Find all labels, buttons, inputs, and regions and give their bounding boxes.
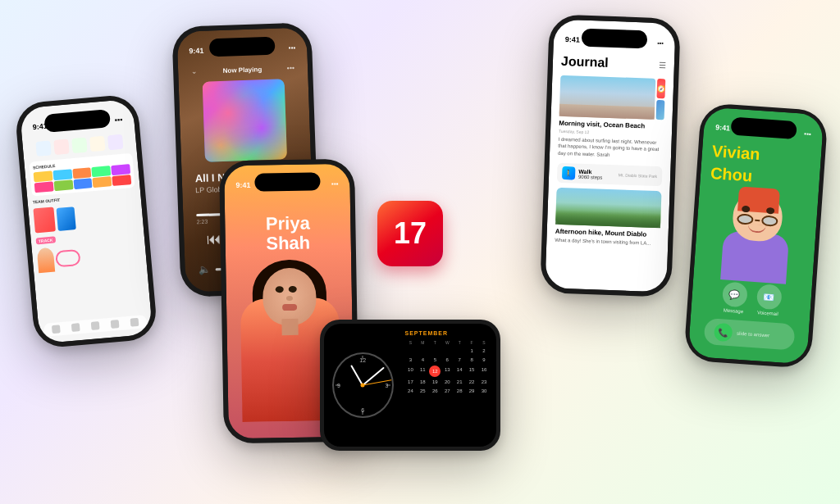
cal-day-26: 26 bbox=[429, 387, 441, 395]
status-icons-music: ▪▪▪ bbox=[289, 43, 296, 51]
cal-header-s2: S bbox=[478, 339, 490, 346]
cal-day-24: 24 bbox=[405, 387, 417, 395]
calendar-grid: S M T W T F S bbox=[405, 339, 491, 396]
cal-day-5: 5 bbox=[429, 356, 441, 364]
music-chevron: ⌄ bbox=[191, 67, 198, 75]
vivian-message-label: Message bbox=[724, 307, 744, 314]
walk-step-count: 9060 steps bbox=[578, 174, 603, 179]
dynamic-island-journal bbox=[582, 29, 648, 49]
journal-walk-activity: 🚶 Walk 9060 steps Mt. Diablo State Park bbox=[557, 163, 663, 186]
priya-name-line1: Priya bbox=[266, 214, 310, 234]
vivian-message-btn[interactable]: 💬 Message bbox=[721, 281, 748, 314]
status-icons-vivian: ▪▪▪ bbox=[804, 129, 811, 138]
ios17-badge: 17 bbox=[377, 201, 443, 266]
vivian-memoji bbox=[712, 188, 800, 284]
walk-info: Walk 9060 steps bbox=[578, 168, 603, 179]
cal-day-6: 6 bbox=[441, 356, 453, 364]
phone-clock-screen: 12 3 6 9 bbox=[324, 324, 496, 447]
vivian-answer-btn: 📞 bbox=[713, 323, 732, 342]
status-time-journal: 9:41 bbox=[565, 35, 580, 44]
cal-header-f: F bbox=[466, 339, 477, 346]
cal-day-13: 13 bbox=[441, 366, 453, 377]
cal-day-8: 8 bbox=[466, 356, 477, 364]
cal-day-11: 11 bbox=[417, 366, 428, 377]
cal-day-30: 30 bbox=[478, 387, 490, 395]
cal-day-17: 17 bbox=[405, 378, 417, 386]
music-now-playing: Now Playing bbox=[223, 66, 262, 75]
cal-day-20: 20 bbox=[441, 378, 453, 386]
journal-entry2-text: What a day! She’s in town visiting from … bbox=[555, 237, 660, 247]
phone-vivian-inner: 9:41 ▪▪▪ Vivian Chou bbox=[683, 102, 829, 369]
vivian-slide-to-answer[interactable]: 📞 slide to answer bbox=[703, 318, 795, 351]
dynamic-island-music bbox=[209, 37, 276, 57]
freeform-items: TEAM OUTFIT TRACK bbox=[32, 191, 141, 274]
clock-circle: 12 3 6 9 bbox=[332, 352, 394, 418]
cal-day-29: 29 bbox=[466, 387, 477, 395]
phone-vivian-screen: 9:41 ▪▪▪ Vivian Chou bbox=[688, 107, 824, 364]
clock-3: 3 bbox=[386, 383, 389, 388]
vivian-name-line2: Chou bbox=[710, 164, 810, 189]
journal-photo-landscape bbox=[555, 188, 661, 228]
journal-filter-icon[interactable]: ☰ bbox=[659, 60, 666, 69]
vivian-voicemail-icon: 📧 bbox=[756, 284, 782, 310]
album-art bbox=[203, 79, 287, 161]
journal-photo-water bbox=[656, 100, 665, 120]
journal-header: Journal ☰ bbox=[561, 54, 667, 72]
track-label: TRACK bbox=[36, 236, 56, 244]
clock-6: 6 bbox=[361, 407, 364, 413]
cal-day-12-today: 12 bbox=[429, 366, 441, 377]
status-icons-journal: ▪▪▪ bbox=[657, 39, 664, 45]
dynamic-island-priya bbox=[254, 172, 320, 191]
status-icons-freeform: ▪▪▪ bbox=[114, 116, 122, 125]
analog-clock-section: 12 3 6 9 bbox=[324, 324, 402, 447]
phone-freeform: 9:41 ▪▪▪ SCHEDULE bbox=[14, 93, 158, 349]
cal-day-1: 1 bbox=[466, 347, 477, 355]
cal-header-t2: T bbox=[454, 339, 465, 346]
cal-day-18: 18 bbox=[417, 378, 428, 386]
calendar-section: SEPTEMBER S M T W T F S bbox=[402, 324, 497, 447]
vivian-voicemail-btn[interactable]: 📧 Voicemail bbox=[756, 284, 783, 316]
clock-face: 12 3 6 9 bbox=[332, 352, 394, 418]
cal-day-4: 4 bbox=[417, 356, 428, 364]
cal-header-m: M bbox=[417, 339, 428, 346]
cal-header-t1: T bbox=[429, 339, 441, 346]
priya-name-line2: Shah bbox=[266, 234, 310, 254]
status-time-vivian: 9:41 bbox=[715, 123, 731, 132]
journal-title: Journal bbox=[561, 54, 609, 70]
cal-day-28: 28 bbox=[454, 387, 465, 395]
status-time-music: 9:41 bbox=[189, 47, 203, 56]
ios17-number: 17 bbox=[394, 219, 427, 248]
cal-day-7: 7 bbox=[454, 356, 465, 364]
cal-day-14: 14 bbox=[454, 366, 465, 377]
phone-freeform-screen: 9:41 ▪▪▪ SCHEDULE bbox=[20, 99, 153, 344]
cal-day-22: 22 bbox=[466, 378, 477, 386]
vivian-action-btns: 💬 Message 📧 Voicemail bbox=[701, 280, 801, 318]
cal-day-27: 27 bbox=[441, 387, 453, 395]
journal-entry1-text: I dreamed about surfing last night. When… bbox=[558, 136, 664, 161]
phone-vivian: 9:41 ▪▪▪ Vivian Chou bbox=[683, 102, 829, 369]
album-art-design bbox=[203, 79, 287, 161]
phone-journal-inner: 9:41 ▪▪▪ Journal ☰ bbox=[540, 14, 681, 297]
phone-journal: 9:41 ▪▪▪ Journal ☰ bbox=[540, 14, 681, 297]
phone-clock: 12 3 6 9 bbox=[320, 320, 500, 451]
cal-header-s1: S bbox=[405, 339, 417, 346]
phone-freeform-inner: 9:41 ▪▪▪ SCHEDULE bbox=[14, 93, 158, 349]
journal-photos-small: 🧭 bbox=[656, 79, 666, 120]
clock-9: 9 bbox=[337, 383, 340, 388]
vivian-voicemail-label: Voicemail bbox=[757, 310, 778, 316]
journal-entry-1: 🧭 Morning visit, Ocean Beach Tuesday, Se… bbox=[558, 75, 665, 161]
rewind-icon[interactable]: ⏮ bbox=[206, 230, 221, 248]
cal-day-9: 9 bbox=[478, 356, 490, 364]
phone-clock-inner: 12 3 6 9 bbox=[320, 320, 500, 451]
clock-12: 12 bbox=[359, 357, 366, 363]
cal-day-10: 10 bbox=[405, 366, 417, 377]
cal-header-w: W bbox=[441, 339, 453, 346]
music-menu-icon: ••• bbox=[286, 64, 294, 72]
journal-photo-beach bbox=[559, 75, 656, 120]
clock-center bbox=[361, 384, 365, 388]
freeform-schedule: SCHEDULE bbox=[29, 153, 135, 197]
vivian-avatar-area bbox=[703, 186, 809, 287]
vivian-slide-text: slide to answer bbox=[737, 331, 769, 338]
walk-icon: 🚶 bbox=[562, 166, 576, 180]
glass-bridge bbox=[755, 219, 760, 220]
